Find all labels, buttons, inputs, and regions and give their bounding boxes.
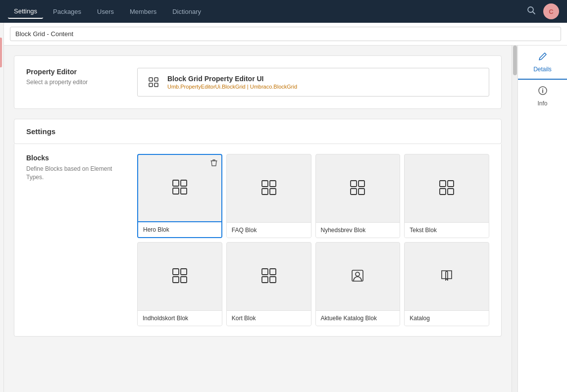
svg-rect-8 <box>173 188 179 194</box>
scrollbar-track[interactable] <box>512 46 517 392</box>
block-grid-icon-hero <box>172 179 188 197</box>
blocks-section-card: Blocks Define Blocks based on Element Ty… <box>14 144 502 337</box>
user-avatar[interactable]: C <box>543 3 559 19</box>
svg-rect-27 <box>270 269 276 275</box>
scroll-area: Property Editor Select a property editor <box>4 46 567 392</box>
property-editor-info: Block Grid Property Editor UI Umb.Proper… <box>167 75 297 90</box>
svg-rect-6 <box>173 180 179 186</box>
block-card-tekst-label: Tekst Blok <box>405 222 489 238</box>
svg-rect-29 <box>270 277 276 283</box>
svg-rect-18 <box>440 181 446 187</box>
block-grid-icon-tekst <box>439 180 455 197</box>
right-panel: Details Info <box>517 46 567 392</box>
svg-rect-12 <box>262 189 268 195</box>
svg-rect-4 <box>149 83 153 87</box>
tab-details[interactable]: Details <box>518 46 567 80</box>
property-editor-alias: Umb.PropertyEditorUi.BlockGrid | Umbraco… <box>167 84 297 90</box>
blocks-description: Define Blocks based on Element Types. <box>26 165 125 182</box>
property-editor-box[interactable]: Block Grid Property Editor UI Umb.Proper… <box>137 68 489 97</box>
svg-rect-24 <box>173 277 179 283</box>
svg-rect-9 <box>181 188 187 194</box>
svg-rect-17 <box>359 189 364 195</box>
svg-rect-7 <box>181 180 187 186</box>
svg-line-1 <box>533 11 535 14</box>
svg-rect-22 <box>173 269 179 275</box>
nav-item-dictionary[interactable]: Dictionary <box>166 5 207 18</box>
pencil-icon <box>538 51 548 64</box>
block-card-faq[interactable]: FAQ Blok <box>226 154 311 238</box>
search-icon[interactable] <box>523 2 539 21</box>
delete-hero-icon[interactable] <box>210 159 217 169</box>
nav-item-members[interactable]: Members <box>124 5 162 18</box>
main-container: Property Editor Select a property editor <box>0 23 567 392</box>
block-card-faq-label: FAQ Blok <box>227 222 311 238</box>
block-card-indholdskort-label: Indholdskort Blok <box>138 310 222 326</box>
block-card-aktuelle-body <box>316 243 400 310</box>
block-grid-icon-kort <box>261 268 277 286</box>
block-card-nyhedsbrev-body <box>316 154 400 222</box>
svg-rect-5 <box>155 83 158 87</box>
property-editor-card: Property Editor Select a property editor <box>14 55 502 109</box>
breadcrumb-input[interactable] <box>10 27 561 41</box>
svg-rect-28 <box>262 277 268 283</box>
main-content: Property Editor Select a property editor <box>4 46 512 392</box>
tab-info-label: Info <box>537 100 547 107</box>
left-sidebar-accent <box>0 23 4 392</box>
svg-rect-26 <box>262 269 268 275</box>
person-card-icon-aktuelle <box>351 269 364 285</box>
nav-item-packages[interactable]: Packages <box>47 5 87 18</box>
svg-rect-20 <box>440 189 446 195</box>
tab-bar <box>4 23 567 46</box>
block-card-nyhedsbrev-label: Nyhedsbrev Blok <box>316 222 400 238</box>
property-label-column: Property Editor Select a property editor <box>26 68 125 86</box>
svg-rect-21 <box>448 189 454 195</box>
block-card-katalog[interactable]: Katalog <box>404 242 489 326</box>
block-card-katalog-body <box>405 243 489 310</box>
block-card-kort-label: Kort Blok <box>227 310 311 326</box>
sidebar-accent-bar <box>0 38 2 67</box>
block-card-hero-label: Hero Blok <box>138 221 221 237</box>
scrollbar-thumb[interactable] <box>513 46 517 75</box>
book-icon-katalog <box>440 269 454 285</box>
block-grid-icon-faq <box>261 180 277 197</box>
block-card-aktuelle-label: Aktuelle Katalog Blok <box>316 310 400 326</box>
svg-point-31 <box>356 272 360 276</box>
block-card-nyhedsbrev[interactable]: Nyhedsbrev Blok <box>315 154 401 238</box>
property-editor-label: Property Editor <box>26 68 125 76</box>
blocks-label-column: Blocks Define Blocks based on Element Ty… <box>26 154 125 326</box>
block-grid: Hero Blok <box>137 154 489 326</box>
block-card-indholdskort[interactable]: Indholdskort Blok <box>137 242 222 326</box>
tab-info[interactable]: Info <box>518 80 567 114</box>
tab-details-label: Details <box>533 66 552 73</box>
block-card-hero[interactable]: Hero Blok <box>137 154 222 238</box>
top-navigation: Settings Packages Users Members Dictiona… <box>0 0 567 23</box>
blocks-label: Blocks <box>26 154 125 162</box>
nav-item-users[interactable]: Users <box>91 5 120 18</box>
block-grid-editor-icon <box>146 74 161 90</box>
block-card-indholdskort-body <box>138 243 222 310</box>
content-area: Property Editor Select a property editor <box>4 23 567 392</box>
block-card-tekst[interactable]: Tekst Blok <box>404 154 489 238</box>
svg-point-34 <box>542 89 543 90</box>
svg-rect-15 <box>359 181 364 187</box>
block-grid-icon-nyhedsbrev <box>350 180 365 197</box>
svg-rect-23 <box>181 269 187 275</box>
block-card-katalog-label: Katalog <box>405 310 489 326</box>
block-card-faq-body <box>227 154 311 222</box>
property-editor-name: Block Grid Property Editor UI <box>167 75 297 83</box>
info-icon <box>538 86 548 98</box>
block-card-tekst-body <box>405 154 489 222</box>
svg-rect-10 <box>262 181 268 187</box>
nav-item-settings[interactable]: Settings <box>8 4 43 19</box>
svg-rect-19 <box>448 181 454 187</box>
settings-section-title: Settings <box>26 127 489 136</box>
block-card-aktuelle[interactable]: Aktuelle Katalog Blok <box>315 242 401 326</box>
svg-rect-16 <box>351 189 357 195</box>
block-card-hero-body <box>138 155 221 221</box>
blocks-section: Blocks Define Blocks based on Element Ty… <box>14 144 501 336</box>
property-editor-sublabel: Select a property editor <box>26 79 125 86</box>
block-card-kort[interactable]: Kort Blok <box>226 242 311 326</box>
svg-rect-14 <box>351 181 357 187</box>
svg-rect-2 <box>149 78 153 81</box>
svg-rect-3 <box>155 78 158 81</box>
